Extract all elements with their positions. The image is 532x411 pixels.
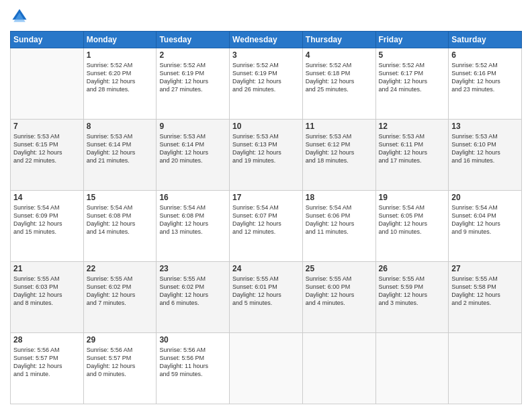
cell-info: Sunrise: 5:53 AM Sunset: 6:14 PM Dayligh… <box>159 132 226 165</box>
cell-info: Sunrise: 5:52 AM Sunset: 6:16 PM Dayligh… <box>451 61 519 94</box>
calendar-cell <box>449 333 522 404</box>
calendar-cell <box>11 48 84 120</box>
day-number: 17 <box>232 193 300 202</box>
cell-info: Sunrise: 5:54 AM Sunset: 6:07 PM Dayligh… <box>232 203 300 236</box>
day-header-saturday: Saturday <box>449 32 522 48</box>
calendar-table: SundayMondayTuesdayWednesdayThursdayFrid… <box>10 31 522 404</box>
cell-info: Sunrise: 5:53 AM Sunset: 6:11 PM Dayligh… <box>379 132 446 165</box>
cell-info: Sunrise: 5:53 AM Sunset: 6:14 PM Dayligh… <box>87 132 154 165</box>
day-number: 27 <box>451 264 519 273</box>
calendar-cell <box>375 333 449 404</box>
cell-info: Sunrise: 5:54 AM Sunset: 6:09 PM Dayligh… <box>13 203 81 236</box>
day-header-monday: Monday <box>83 32 157 48</box>
cell-info: Sunrise: 5:56 AM Sunset: 5:57 PM Dayligh… <box>13 346 81 379</box>
day-number: 12 <box>379 122 446 131</box>
day-number: 14 <box>13 193 81 202</box>
day-number: 7 <box>13 122 81 131</box>
calendar-cell: 20Sunrise: 5:54 AM Sunset: 6:04 PM Dayli… <box>449 191 522 262</box>
day-number: 21 <box>13 264 81 273</box>
day-number: 23 <box>159 264 226 273</box>
calendar-cell <box>302 333 375 404</box>
day-number: 6 <box>451 50 519 60</box>
day-number: 19 <box>379 193 446 202</box>
cell-info: Sunrise: 5:55 AM Sunset: 6:01 PM Dayligh… <box>232 275 300 308</box>
day-number: 9 <box>159 122 226 131</box>
day-number: 30 <box>159 335 226 345</box>
cell-info: Sunrise: 5:55 AM Sunset: 6:02 PM Dayligh… <box>159 275 226 308</box>
day-number: 2 <box>159 50 226 60</box>
calendar-cell: 16Sunrise: 5:54 AM Sunset: 6:08 PM Dayli… <box>157 191 230 262</box>
calendar-cell: 8Sunrise: 5:53 AM Sunset: 6:14 PM Daylig… <box>83 120 157 191</box>
logo-icon <box>10 7 29 26</box>
day-number: 10 <box>232 122 300 131</box>
day-number: 26 <box>379 264 446 273</box>
calendar-cell: 29Sunrise: 5:56 AM Sunset: 5:57 PM Dayli… <box>83 333 157 404</box>
day-number: 28 <box>13 335 81 345</box>
cell-info: Sunrise: 5:53 AM Sunset: 6:12 PM Dayligh… <box>306 132 373 165</box>
cell-info: Sunrise: 5:53 AM Sunset: 6:15 PM Dayligh… <box>13 132 81 165</box>
calendar-cell: 10Sunrise: 5:53 AM Sunset: 6:13 PM Dayli… <box>230 120 303 191</box>
week-row-4: 21Sunrise: 5:55 AM Sunset: 6:03 PM Dayli… <box>11 262 522 333</box>
cell-info: Sunrise: 5:55 AM Sunset: 5:59 PM Dayligh… <box>379 275 446 308</box>
week-row-5: 28Sunrise: 5:56 AM Sunset: 5:57 PM Dayli… <box>11 333 522 404</box>
day-header-friday: Friday <box>375 32 449 48</box>
calendar-cell: 17Sunrise: 5:54 AM Sunset: 6:07 PM Dayli… <box>230 191 303 262</box>
calendar-cell: 6Sunrise: 5:52 AM Sunset: 6:16 PM Daylig… <box>449 48 522 120</box>
calendar-cell: 12Sunrise: 5:53 AM Sunset: 6:11 PM Dayli… <box>375 120 449 191</box>
day-number: 20 <box>451 193 519 202</box>
calendar-cell: 7Sunrise: 5:53 AM Sunset: 6:15 PM Daylig… <box>11 120 84 191</box>
cell-info: Sunrise: 5:52 AM Sunset: 6:19 PM Dayligh… <box>232 61 300 94</box>
day-header-sunday: Sunday <box>11 32 84 48</box>
calendar-cell: 22Sunrise: 5:55 AM Sunset: 6:02 PM Dayli… <box>83 262 157 333</box>
cell-info: Sunrise: 5:52 AM Sunset: 6:19 PM Dayligh… <box>159 61 226 94</box>
day-number: 29 <box>87 335 154 345</box>
header <box>10 7 522 26</box>
cell-info: Sunrise: 5:54 AM Sunset: 6:08 PM Dayligh… <box>159 203 226 236</box>
calendar-cell: 27Sunrise: 5:55 AM Sunset: 5:58 PM Dayli… <box>449 262 522 333</box>
cell-info: Sunrise: 5:52 AM Sunset: 6:18 PM Dayligh… <box>306 61 373 94</box>
cell-info: Sunrise: 5:56 AM Sunset: 5:57 PM Dayligh… <box>87 346 154 379</box>
logo <box>10 7 32 26</box>
calendar-cell: 18Sunrise: 5:54 AM Sunset: 6:06 PM Dayli… <box>302 191 375 262</box>
cell-info: Sunrise: 5:54 AM Sunset: 6:06 PM Dayligh… <box>306 203 373 236</box>
day-number: 1 <box>87 50 154 60</box>
calendar-cell: 13Sunrise: 5:53 AM Sunset: 6:10 PM Dayli… <box>449 120 522 191</box>
calendar-cell: 26Sunrise: 5:55 AM Sunset: 5:59 PM Dayli… <box>375 262 449 333</box>
calendar-cell: 15Sunrise: 5:54 AM Sunset: 6:08 PM Dayli… <box>83 191 157 262</box>
day-number: 25 <box>306 264 373 273</box>
day-number: 5 <box>379 50 446 60</box>
calendar-cell: 25Sunrise: 5:55 AM Sunset: 6:00 PM Dayli… <box>302 262 375 333</box>
calendar-cell: 2Sunrise: 5:52 AM Sunset: 6:19 PM Daylig… <box>157 48 230 120</box>
week-row-3: 14Sunrise: 5:54 AM Sunset: 6:09 PM Dayli… <box>11 191 522 262</box>
cell-info: Sunrise: 5:52 AM Sunset: 6:17 PM Dayligh… <box>379 61 446 94</box>
calendar-cell: 19Sunrise: 5:54 AM Sunset: 6:05 PM Dayli… <box>375 191 449 262</box>
day-number: 11 <box>306 122 373 131</box>
day-number: 18 <box>306 193 373 202</box>
day-number: 13 <box>451 122 519 131</box>
day-number: 16 <box>159 193 226 202</box>
calendar-cell: 14Sunrise: 5:54 AM Sunset: 6:09 PM Dayli… <box>11 191 84 262</box>
day-header-tuesday: Tuesday <box>157 32 230 48</box>
calendar-body: 1Sunrise: 5:52 AM Sunset: 6:20 PM Daylig… <box>11 48 522 404</box>
calendar-cell: 24Sunrise: 5:55 AM Sunset: 6:01 PM Dayli… <box>230 262 303 333</box>
day-number: 4 <box>306 50 373 60</box>
calendar-cell <box>230 333 303 404</box>
calendar-cell: 5Sunrise: 5:52 AM Sunset: 6:17 PM Daylig… <box>375 48 449 120</box>
cell-info: Sunrise: 5:56 AM Sunset: 5:56 PM Dayligh… <box>159 346 226 379</box>
cell-info: Sunrise: 5:55 AM Sunset: 6:02 PM Dayligh… <box>87 275 154 308</box>
calendar-cell: 11Sunrise: 5:53 AM Sunset: 6:12 PM Dayli… <box>302 120 375 191</box>
calendar-cell: 30Sunrise: 5:56 AM Sunset: 5:56 PM Dayli… <box>157 333 230 404</box>
calendar-cell: 28Sunrise: 5:56 AM Sunset: 5:57 PM Dayli… <box>11 333 84 404</box>
day-number: 15 <box>87 193 154 202</box>
calendar-cell: 4Sunrise: 5:52 AM Sunset: 6:18 PM Daylig… <box>302 48 375 120</box>
cell-info: Sunrise: 5:53 AM Sunset: 6:13 PM Dayligh… <box>232 132 300 165</box>
day-number: 8 <box>87 122 154 131</box>
cell-info: Sunrise: 5:54 AM Sunset: 6:08 PM Dayligh… <box>87 203 154 236</box>
cell-info: Sunrise: 5:53 AM Sunset: 6:10 PM Dayligh… <box>451 132 519 165</box>
calendar-cell: 3Sunrise: 5:52 AM Sunset: 6:19 PM Daylig… <box>230 48 303 120</box>
day-number: 22 <box>87 264 154 273</box>
calendar-header-row: SundayMondayTuesdayWednesdayThursdayFrid… <box>11 32 522 48</box>
week-row-1: 1Sunrise: 5:52 AM Sunset: 6:20 PM Daylig… <box>11 48 522 120</box>
cell-info: Sunrise: 5:54 AM Sunset: 6:05 PM Dayligh… <box>379 203 446 236</box>
day-header-thursday: Thursday <box>302 32 375 48</box>
